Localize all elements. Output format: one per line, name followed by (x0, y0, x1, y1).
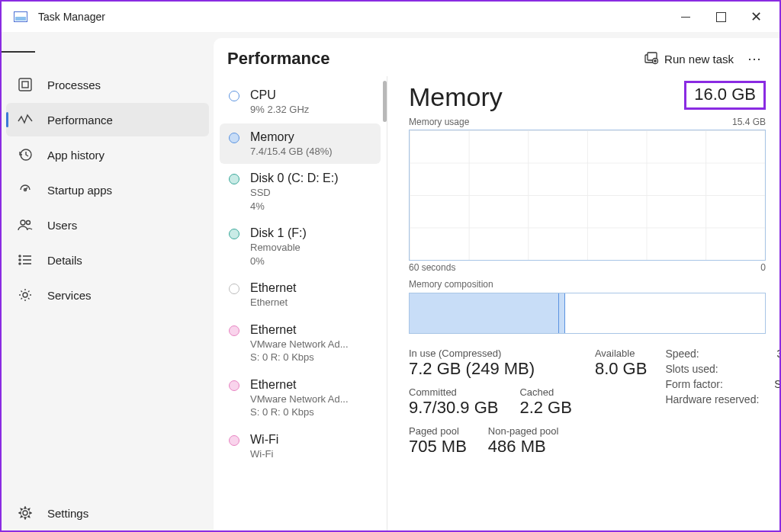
comp-label: Memory composition (409, 279, 493, 290)
stat-label: Available (595, 348, 647, 359)
perf-title: Disk 0 (C: D: E:) (250, 171, 339, 186)
sidebar: Processes Performance App history Startu… (2, 32, 214, 530)
nav-users[interactable]: Users (6, 208, 209, 242)
net-indicator-icon (229, 435, 239, 446)
svg-rect-0 (19, 79, 31, 91)
more-button[interactable]: ⋯ (747, 50, 763, 67)
info-key: Hardware reserved: (665, 393, 759, 405)
comp-modified-segment (559, 293, 565, 333)
nav-processes[interactable]: Processes (6, 68, 209, 101)
nav-label: App history (47, 149, 104, 162)
svg-point-6 (19, 255, 21, 257)
nav-details[interactable]: Details (6, 243, 209, 277)
info-val: 2 of 2 (774, 363, 779, 375)
comp-inuse-segment (410, 293, 559, 333)
nav-label: Settings (47, 507, 88, 520)
perf-item-ethernet-2[interactable]: EthernetVMware Network Ad... S: 0 R: 0 K… (220, 371, 381, 425)
perf-title: Disk 1 (F:) (250, 226, 307, 241)
maximize-button[interactable] (703, 2, 738, 32)
stat-label: In use (Compressed) (409, 348, 572, 359)
perf-sub: Wi-Fi (250, 447, 278, 461)
net-indicator-icon (229, 380, 239, 391)
nav-app-history[interactable]: App history (6, 138, 209, 171)
svg-point-8 (19, 259, 21, 261)
perf-title: Wi-Fi (250, 432, 278, 447)
nav-startup-apps[interactable]: Startup apps (6, 173, 209, 207)
disk-indicator-icon (229, 174, 239, 184)
memory-stats: In use (Compressed) 7.2 GB (249 MB) Comm… (409, 348, 766, 464)
svg-rect-1 (22, 82, 28, 88)
perf-title: CPU (250, 88, 309, 103)
nav-label: Processes (47, 79, 101, 91)
perf-item-wifi[interactable]: Wi-FiWi-Fi (220, 426, 381, 467)
nav-label: Performance (47, 114, 113, 127)
services-icon (17, 287, 34, 303)
perf-item-ethernet-1[interactable]: EthernetVMware Network Ad... S: 0 R: 0 K… (220, 316, 381, 370)
perf-item-ethernet-0[interactable]: EthernetEthernet (220, 274, 381, 316)
info-val: SODI... (774, 378, 779, 390)
nav-settings[interactable]: Settings (6, 496, 209, 530)
title-bar: Task Manager ✕ (2, 2, 779, 32)
info-key: Form factor: (665, 378, 759, 390)
comp-standby-segment (565, 293, 765, 333)
info-key: Slots used: (665, 363, 759, 375)
app-icon (14, 11, 27, 22)
perf-sub: 9% 2.32 GHz (250, 103, 309, 117)
nav-performance[interactable]: Performance (6, 103, 209, 136)
svg-point-13 (23, 511, 27, 515)
detail-title: Memory (409, 82, 503, 112)
run-task-label: Run new task (664, 53, 734, 66)
info-val: 611 ... (774, 393, 779, 405)
perf-item-memory[interactable]: Memory7.4/15.4 GB (48%) (220, 123, 381, 165)
run-new-task-button[interactable]: Run new task (644, 52, 734, 66)
perf-item-disk1[interactable]: Disk 1 (F:)Removable 0% (220, 220, 381, 274)
performance-list[interactable]: CPU9% 2.32 GHz Memory7.4/15.4 GB (48%) D… (214, 76, 387, 530)
stat-value: 8.0 GB (595, 359, 647, 379)
perf-sub: SSD 4% (250, 186, 339, 213)
svg-point-4 (21, 220, 25, 225)
detail-pane: Memory 16.0 GB Memory usage 15.4 GB 60 s… (387, 76, 779, 530)
memory-indicator-icon (229, 133, 239, 143)
memory-total-highlight: 16.0 GB (684, 81, 766, 110)
net-indicator-icon (229, 284, 239, 294)
perf-item-disk0[interactable]: Disk 0 (C: D: E:)SSD 4% (220, 165, 381, 219)
perf-title: Ethernet (250, 377, 349, 393)
nav-label: Users (47, 219, 77, 232)
perf-item-cpu[interactable]: CPU9% 2.32 GHz (220, 82, 381, 123)
users-icon (17, 216, 34, 233)
settings-icon (17, 505, 34, 521)
nav-label: Services (47, 289, 92, 302)
close-button[interactable]: ✕ (738, 2, 773, 32)
main-panel: Performance Run new task ⋯ CPU9% 2.32 GH… (214, 38, 779, 530)
page-title: Performance (227, 49, 330, 69)
stat-label: Paged pool (409, 425, 467, 437)
perf-sub: VMware Network Ad... S: 0 R: 0 Kbps (250, 338, 349, 364)
hamburger-button[interactable] (2, 37, 35, 67)
run-task-icon (644, 52, 658, 66)
svg-point-5 (27, 221, 31, 225)
history-icon (17, 146, 34, 163)
perf-title: Memory (250, 130, 333, 145)
stat-label: Non-paged pool (488, 425, 559, 437)
window-controls: ✕ (668, 2, 773, 32)
stat-value: 7.2 GB (249 MB) (409, 359, 572, 379)
svg-point-10 (19, 263, 21, 264)
nav-label: Startup apps (47, 184, 112, 197)
perf-sub: Removable 0% (250, 241, 307, 268)
memory-composition-chart (409, 293, 766, 334)
axis-right: 0 (760, 262, 766, 273)
nav-services[interactable]: Services (6, 278, 209, 312)
details-icon (17, 252, 34, 268)
startup-icon (17, 181, 34, 198)
usage-max: 15.4 GB (732, 117, 766, 127)
perf-sub: VMware Network Ad... S: 0 R: 0 Kbps (250, 393, 349, 419)
processes-icon (17, 76, 34, 93)
nav-label: Details (47, 254, 82, 267)
stat-value: 705 MB (409, 437, 467, 457)
perf-title: Ethernet (250, 322, 349, 338)
stat-value: 2.2 GB (519, 398, 571, 418)
svg-point-12 (23, 293, 27, 297)
window-title: Task Manager (38, 11, 105, 23)
info-key: Speed: (665, 348, 759, 360)
minimize-button[interactable] (668, 2, 703, 32)
